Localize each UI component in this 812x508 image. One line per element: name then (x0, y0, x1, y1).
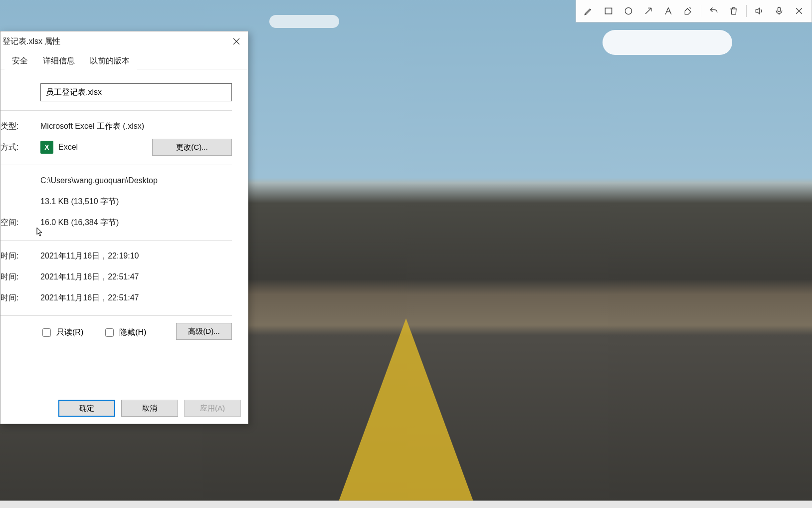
highlight-icon[interactable] (679, 2, 698, 20)
value-location: C:\Users\wang.guoquan\Desktop (40, 176, 232, 185)
row-open-with: 方式: Excel 更改(C)... (0, 139, 232, 156)
svg-rect-2 (778, 7, 781, 12)
rectangle-icon[interactable] (599, 2, 618, 20)
checkbox-hidden-label: 隐藏(H) (119, 327, 146, 338)
change-app-button[interactable]: 更改(C)... (152, 139, 232, 156)
value-file-type: Microsoft Excel 工作表 (.xlsx) (40, 121, 232, 132)
value-created: 2021年11月16日，22:19:10 (40, 251, 232, 261)
undo-icon[interactable] (704, 2, 723, 20)
dialog-close-button[interactable] (225, 31, 248, 51)
tab-details[interactable]: 详细信息 (35, 52, 82, 69)
value-modified: 2021年11月16日，22:51:47 (40, 272, 232, 282)
dialog-titlebar[interactable]: 登记表.xlsx 属性 (0, 31, 248, 51)
value-open-with-app: Excel (58, 143, 152, 152)
ok-button[interactable]: 确定 (58, 400, 115, 417)
row-size: 13.1 KB (13,510 字节) (0, 193, 232, 210)
tab-security[interactable]: 安全 (4, 52, 35, 69)
checkbox-hidden[interactable]: 隐藏(H) (103, 327, 146, 338)
label-open-with: 方式: (0, 142, 40, 153)
dialog-title: 登记表.xlsx 属性 (1, 36, 60, 47)
text-icon[interactable] (659, 2, 678, 20)
sound-icon[interactable] (750, 2, 769, 20)
tab-previous-versions[interactable]: 以前的版本 (82, 52, 137, 69)
separator (0, 240, 232, 241)
properties-dialog: 登记表.xlsx 属性 安全 详细信息 以前的版本 类型: Microsoft … (0, 31, 248, 424)
toolbar-separator (701, 5, 701, 17)
row-accessed: 时间: 2021年11月16日，22:51:47 (0, 289, 232, 306)
label-modified: 时间: (0, 272, 40, 282)
row-modified: 时间: 2021年11月16日，22:51:47 (0, 268, 232, 285)
taskbar[interactable] (0, 501, 812, 508)
annotation-toolbar (576, 0, 812, 22)
label-accessed: 时间: (0, 293, 40, 303)
value-accessed: 2021年11月16日，22:51:47 (40, 293, 232, 303)
cancel-button[interactable]: 取消 (121, 400, 178, 417)
row-attributes: 只读(R) 隐藏(H) 高级(D)... (0, 323, 232, 340)
tab-bar: 安全 详细信息 以前的版本 (0, 51, 248, 69)
advanced-button[interactable]: 高级(D)... (176, 323, 232, 340)
separator (0, 165, 232, 165)
mic-icon[interactable] (770, 2, 789, 20)
row-file-type: 类型: Microsoft Excel 工作表 (.xlsx) (0, 118, 232, 135)
label-created: 时间: (0, 251, 40, 261)
checkbox-readonly-label: 只读(R) (56, 327, 83, 338)
excel-icon (40, 141, 53, 154)
pencil-icon[interactable] (579, 2, 598, 20)
svg-rect-0 (605, 8, 611, 14)
apply-button[interactable]: 应用(A) (184, 400, 241, 417)
wallpaper-cloud (269, 15, 339, 28)
svg-point-1 (625, 7, 631, 14)
separator (0, 110, 232, 111)
checkbox-hidden-input[interactable] (105, 328, 114, 337)
label-file-type: 类型: (0, 121, 40, 132)
toolbar-separator (746, 5, 747, 17)
row-created: 时间: 2021年11月16日，22:19:10 (0, 248, 232, 264)
close-icon[interactable] (790, 2, 809, 20)
value-size-on-disk: 16.0 KB (16,384 字节) (40, 218, 232, 228)
wallpaper-cloud (603, 30, 732, 55)
separator (0, 315, 232, 316)
row-size-on-disk: 空间: 16.0 KB (16,384 字节) (0, 214, 232, 231)
checkbox-readonly[interactable]: 只读(R) (40, 327, 83, 338)
row-location: C:\Users\wang.guoquan\Desktop (0, 172, 232, 189)
circle-icon[interactable] (619, 2, 638, 20)
filename-input[interactable] (40, 83, 232, 101)
dialog-button-bar: 确定 取消 应用(A) (0, 393, 248, 424)
arrow-icon[interactable] (639, 2, 658, 20)
checkbox-readonly-input[interactable] (42, 328, 51, 337)
value-size: 13.1 KB (13,510 字节) (40, 197, 232, 207)
label-size-on-disk: 空间: (0, 218, 40, 228)
trash-icon[interactable] (724, 2, 743, 20)
